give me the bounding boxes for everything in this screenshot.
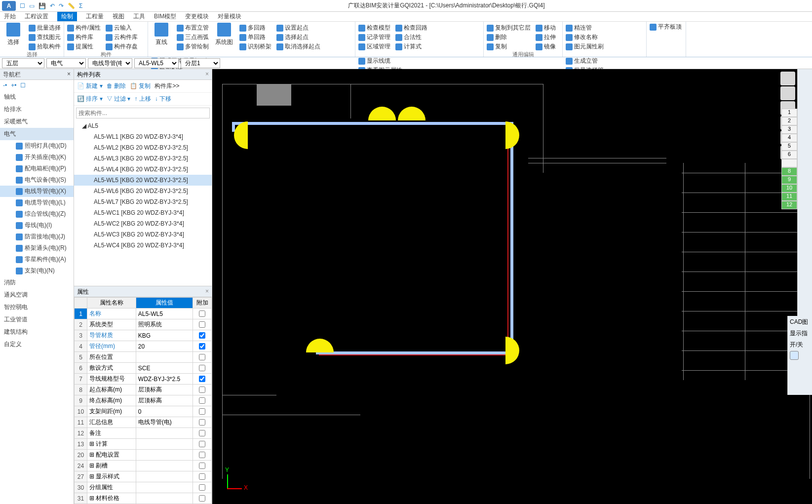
add-checkbox[interactable] <box>199 397 205 404</box>
pick-button[interactable]: 拾取构件 <box>29 42 61 51</box>
rb-item[interactable]: 精连管 <box>566 24 604 32</box>
toggle-icon[interactable] <box>790 351 799 360</box>
list-item[interactable]: AL5-WC4 [KBG 20 WDZ-BYJ-3*4] <box>74 240 212 251</box>
rb-item[interactable]: 云构件库 <box>106 33 138 41</box>
nav-cat[interactable]: 轴线 <box>0 91 74 103</box>
menu-item[interactable]: 变更模块 <box>185 12 209 21</box>
list-item[interactable]: AL5-WC1 [KBG 20 WDZ-BYJ-3*4] <box>74 207 212 218</box>
system-button[interactable]: 系统图 <box>214 23 234 51</box>
add-checkbox[interactable] <box>199 376 205 382</box>
add-checkbox[interactable] <box>199 495 205 502</box>
line-button[interactable]: 直线 <box>151 23 172 51</box>
category-select[interactable]: 电线导管(电) <box>88 58 132 68</box>
nav-subitem[interactable]: 防雷接地(电)(J) <box>0 231 74 242</box>
rb-item[interactable]: 镜像 <box>536 42 556 51</box>
rb-item[interactable]: 多回路 <box>239 24 271 32</box>
add-checkbox[interactable] <box>199 408 205 415</box>
property-row[interactable]: 5所在位置 <box>75 352 212 363</box>
quick-access[interactable]: ☐ ▭ 💾 ↶ ↷ 📏 Σ <box>20 2 82 9</box>
add-checkbox[interactable] <box>199 484 205 491</box>
add-checkbox[interactable] <box>199 473 205 480</box>
property-row[interactable]: 1名称AL5-WL5 <box>75 309 212 319</box>
rb-item[interactable]: 移动 <box>536 24 556 32</box>
add-checkbox[interactable] <box>199 365 205 371</box>
rb-item[interactable]: 图元属性刷 <box>566 42 604 51</box>
nav-subitem[interactable]: 桥架通头(电)(R) <box>0 242 74 254</box>
nav-subitem[interactable]: 配电箱柜(电)(P) <box>0 163 74 174</box>
qat-open-icon[interactable]: ▭ <box>29 2 35 9</box>
add-checkbox[interactable] <box>199 310 205 317</box>
nav-subitem[interactable]: 电缆导管(电)(L) <box>0 197 74 208</box>
nav-subitem[interactable]: 母线(电)(I) <box>0 220 74 231</box>
nav-subitem[interactable]: 电气设备(电)(S) <box>0 174 74 186</box>
row-label[interactable]: 9 <box>781 176 797 184</box>
row-label[interactable] <box>781 159 797 167</box>
row-label[interactable]: 6 <box>781 151 797 159</box>
rb-item[interactable]: 检查回路 <box>395 24 427 32</box>
nav-cat[interactable]: 通风空调 <box>0 289 74 301</box>
row-label[interactable]: 11 <box>781 193 797 201</box>
component-select[interactable]: AL5-WL5 <box>134 58 179 68</box>
delete-button[interactable]: 🗑 删除 <box>107 82 126 90</box>
list-root[interactable]: ◢ AL5 <box>74 120 212 131</box>
menu-item[interactable]: 视图 <box>113 12 124 21</box>
up-button[interactable]: ↑ 上移 <box>134 95 151 103</box>
rb-item[interactable]: 构件库 <box>67 33 101 41</box>
property-row[interactable]: 30分组属性 <box>75 482 212 493</box>
rb-item[interactable]: 区域管理 <box>358 42 390 51</box>
list-item[interactable]: AL5-WL5 [KBG 20 WDZ-BYJ-3*2.5] <box>74 175 212 186</box>
property-row[interactable]: 24⊞ 剔槽 <box>75 461 212 471</box>
nav-subitem[interactable]: 开关插座(电)(K) <box>0 152 74 163</box>
list-item[interactable]: AL5-WL2 [KBG 20 WDZ-BYJ-3*2.5] <box>74 142 212 153</box>
filter-button[interactable]: ▽ 过滤 ▾ <box>107 95 131 103</box>
rb-item[interactable]: 拉伸 <box>536 33 556 41</box>
add-checkbox[interactable] <box>199 441 205 447</box>
select-button[interactable]: 选择 <box>3 23 24 51</box>
rb-item[interactable]: 生成立管 <box>566 57 604 65</box>
rb-item[interactable]: 删除 <box>487 33 531 41</box>
property-row[interactable]: 11汇总信息电线导管(电) <box>75 417 212 428</box>
rb-item[interactable]: 提属性 <box>67 42 101 51</box>
search-input[interactable] <box>76 108 210 118</box>
rb-item[interactable]: 计算式 <box>395 42 427 51</box>
nav-subitem[interactable]: 综合管线(电)(Z) <box>0 208 74 220</box>
list-item[interactable]: AL5-WL1 [KBG 20 WDZ-BYJ-3*4] <box>74 131 212 142</box>
close-icon[interactable]: × <box>205 71 209 78</box>
rb-item[interactable]: 单回路 <box>239 33 271 41</box>
rb-item[interactable]: 设置起点 <box>276 24 320 32</box>
property-row[interactable]: 7导线规格型号WDZ-BYJ-3*2.5 <box>75 374 212 385</box>
row-label[interactable]: 1 <box>781 109 797 117</box>
copy-button[interactable]: 📋 复制 <box>130 82 151 90</box>
list-item[interactable]: AL5-WL7 [KBG 20 WDZ-BYJ-3*2.5] <box>74 196 212 207</box>
major-select[interactable]: 电气 <box>46 58 86 68</box>
rb-item[interactable]: 云输入 <box>106 24 138 32</box>
list-item[interactable]: AL5-WL4 [KBG 20 WDZ-BYJ-3*2.5] <box>74 164 212 175</box>
property-row[interactable]: 20⊞ 配电设置 <box>75 450 212 461</box>
property-row[interactable]: 31⊞ 材料价格 <box>75 493 212 504</box>
add-checkbox[interactable] <box>199 430 205 436</box>
right-panel-tabs[interactable] <box>797 69 812 316</box>
property-row[interactable]: 3导管材质KBG <box>75 330 212 341</box>
property-row[interactable]: 9终点标高(m)层顶标高 <box>75 395 212 406</box>
rb-item[interactable]: 布置立管 <box>177 24 209 32</box>
property-row[interactable]: 10支架间距(m)0 <box>75 406 212 417</box>
add-checkbox[interactable] <box>199 452 205 458</box>
rb-item[interactable]: 显示线缆 <box>358 57 414 65</box>
list-item[interactable]: AL5-WL3 [KBG 20 WDZ-BYJ-3*2.5] <box>74 153 212 164</box>
down-button[interactable]: ↓ 下移 <box>155 95 171 103</box>
property-row[interactable]: 6敷设方式SCE <box>75 363 212 374</box>
nav-toolbar[interactable]: -•+•☐ <box>0 80 74 91</box>
menu-item-active[interactable]: 绘制 <box>57 12 77 21</box>
add-checkbox[interactable] <box>199 463 205 469</box>
add-checkbox[interactable] <box>199 321 205 328</box>
property-row[interactable]: 8起点标高(m)层顶标高 <box>75 385 212 395</box>
property-row[interactable]: 4管径(mm)20 <box>75 341 212 352</box>
nav-cat[interactable]: 自定义 <box>0 338 74 350</box>
drawing-canvas[interactable]: YX <box>212 69 812 504</box>
layer-select[interactable]: 分层1 <box>181 58 220 68</box>
close-icon[interactable]: × <box>205 288 209 295</box>
row-label[interactable]: 3 <box>781 125 797 134</box>
qat-sum-icon[interactable]: Σ <box>79 2 82 9</box>
row-label[interactable]: 4 <box>781 134 797 142</box>
rb-item[interactable]: 复制 <box>487 42 531 51</box>
